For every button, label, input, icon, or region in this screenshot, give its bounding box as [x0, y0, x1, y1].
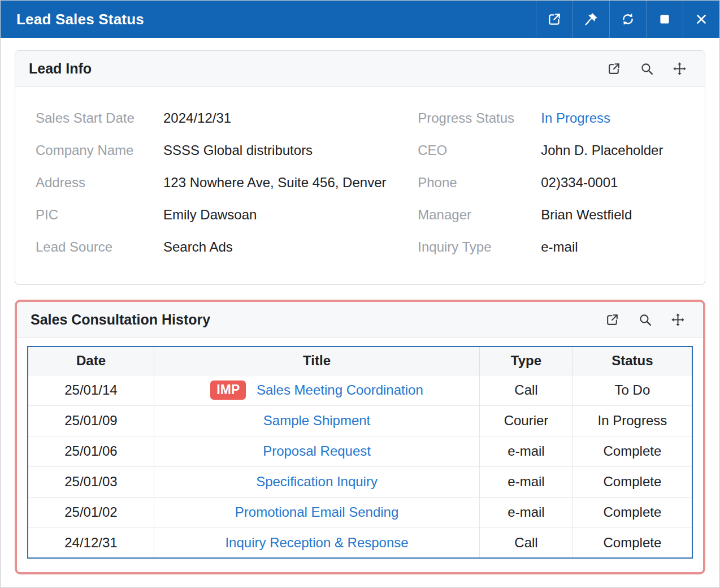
refresh-icon — [621, 12, 635, 27]
field-value: 123 Nowhere Ave, Suite 456, Denver — [163, 175, 418, 191]
history-status-cell: Complete — [572, 528, 692, 558]
history-row: 24/12/31 Inquiry Reception & Response Ca… — [28, 528, 692, 558]
window-titlebar: Lead Sales Status — [1, 1, 719, 38]
history-type-cell: Courier — [480, 405, 573, 436]
field-label: Manager — [418, 207, 541, 223]
field-row: Phone 02)334-0001 — [418, 166, 695, 198]
field-row: Manager Brian Westfield — [418, 198, 695, 231]
lead-sales-status-window: Lead Sales Status — [0, 0, 720, 588]
history-title-link[interactable]: Proposal Request — [263, 443, 371, 459]
history-table-wrap: Date Title Type Status 25/01/14 — [17, 338, 703, 572]
history-row: 25/01/03 Specification Inquiry e-mail Co… — [28, 466, 692, 497]
history-title: Sales Consultation History — [31, 312, 210, 328]
lead-info-title: Lead Info — [29, 60, 92, 77]
history-type-cell: e-mail — [480, 497, 573, 528]
field-row: Progress Status In Progress — [418, 102, 695, 134]
field-label: Progress Status — [418, 110, 541, 126]
open-new-icon — [605, 313, 619, 327]
history-actions — [596, 307, 694, 333]
field-label: Phone — [418, 175, 541, 191]
history-row: 25/01/09 Sample Shipment Courier In Prog… — [28, 405, 692, 436]
lead-info-move-button[interactable] — [663, 56, 696, 82]
column-header-status: Status — [572, 347, 692, 375]
history-row: 25/01/06 Proposal Request e-mail Complet… — [28, 436, 692, 466]
history-date-cell: 25/01/02 — [28, 497, 154, 528]
open-new-icon — [547, 12, 562, 27]
history-date-cell: 24/12/31 — [28, 528, 154, 558]
maximize-button[interactable] — [646, 1, 683, 38]
history-row: 25/01/14 IMP Sales Meeting Coordination … — [28, 375, 692, 405]
history-title-link[interactable]: Sample Shipment — [263, 413, 370, 428]
search-icon — [638, 313, 652, 327]
lead-info-open-new-button[interactable] — [597, 56, 630, 82]
history-date-cell: 25/01/03 — [28, 466, 154, 497]
history-move-button[interactable] — [661, 307, 694, 333]
field-value: Search Ads — [163, 239, 418, 255]
history-row: 25/01/02 Promotional Email Sending e-mai… — [28, 497, 692, 528]
field-row: Address 123 Nowhere Ave, Suite 456, Denv… — [36, 166, 418, 198]
close-button[interactable] — [683, 1, 719, 38]
history-header-row: Date Title Type Status — [28, 347, 692, 375]
history-title-cell: Promotional Email Sending — [154, 497, 479, 528]
field-row: Lead Source Search Ads — [36, 231, 418, 263]
column-header-title: Title — [154, 347, 479, 375]
maximize-icon — [657, 12, 672, 27]
important-badge: IMP — [210, 381, 246, 400]
history-title-cell: Sample Shipment — [154, 405, 479, 436]
history-date-cell: 25/01/09 — [28, 405, 154, 436]
field-label: Company Name — [36, 142, 163, 158]
field-label: PIC — [36, 207, 163, 223]
field-row: Sales Start Date 2024/12/31 — [36, 102, 418, 134]
field-row: CEO John D. Placeholder — [418, 134, 695, 166]
column-header-type: Type — [480, 347, 573, 375]
history-search-button[interactable] — [628, 307, 661, 333]
field-label: Inquiry Type — [418, 239, 541, 255]
history-title-cell: IMP Sales Meeting Coordination — [154, 375, 479, 405]
history-status-cell: Complete — [572, 497, 692, 528]
history-type-cell: e-mail — [480, 436, 573, 466]
history-title-cell: Inquiry Reception & Response — [154, 528, 479, 558]
history-date-cell: 25/01/06 — [28, 436, 154, 466]
refresh-button[interactable] — [609, 1, 646, 38]
history-status-cell: Complete — [572, 436, 692, 466]
field-row: Inquiry Type e-mail — [418, 231, 695, 263]
history-title-link[interactable]: Sales Meeting Coordination — [257, 382, 423, 397]
history-title-link[interactable]: Specification Inquiry — [256, 474, 378, 489]
move-icon — [673, 62, 687, 76]
history-status-cell: To Do — [572, 375, 692, 405]
open-new-icon — [607, 62, 621, 76]
history-title-cell: Proposal Request — [154, 436, 479, 466]
history-date-cell: 25/01/14 — [28, 375, 154, 405]
lead-info-actions — [597, 56, 696, 82]
field-label: Sales Start Date — [36, 110, 163, 126]
lead-info-fields-left: Sales Start Date 2024/12/31 Company Name… — [36, 102, 418, 263]
pin-button[interactable] — [572, 1, 609, 38]
history-highlight-frame: Sales Consultation History — [15, 300, 705, 574]
field-row: PIC Emily Dawsoan — [36, 198, 418, 231]
lead-info-fields: Sales Start Date 2024/12/31 Company Name… — [15, 87, 705, 284]
search-icon — [640, 62, 654, 76]
lead-info-fields-right: Progress Status In Progress CEO John D. … — [418, 102, 695, 263]
open-new-window-button[interactable] — [536, 1, 572, 38]
move-icon — [671, 313, 685, 327]
history-open-new-button[interactable] — [596, 307, 628, 333]
field-label: Lead Source — [36, 239, 163, 255]
lead-info-search-button[interactable] — [630, 56, 663, 82]
lead-info-header: Lead Info — [15, 51, 705, 87]
field-value: John D. Placeholder — [541, 142, 695, 158]
column-header-date: Date — [28, 347, 154, 375]
history-title-link[interactable]: Promotional Email Sending — [235, 504, 399, 520]
pin-icon — [584, 12, 598, 27]
history-title-link[interactable]: Inquiry Reception & Response — [225, 535, 408, 550]
window-content: Lead Info — [1, 38, 719, 588]
history-table: Date Title Type Status 25/01/14 — [27, 346, 693, 559]
field-value: 02)334-0001 — [541, 175, 695, 191]
history-panel: Sales Consultation History — [17, 302, 703, 572]
history-header: Sales Consultation History — [17, 302, 703, 338]
field-value: In Progress — [541, 110, 695, 126]
field-value: e-mail — [541, 239, 695, 255]
history-type-cell: Call — [480, 528, 573, 558]
history-type-cell: e-mail — [480, 466, 573, 497]
history-status-cell: Complete — [572, 466, 692, 497]
field-value: Brian Westfield — [541, 207, 695, 223]
